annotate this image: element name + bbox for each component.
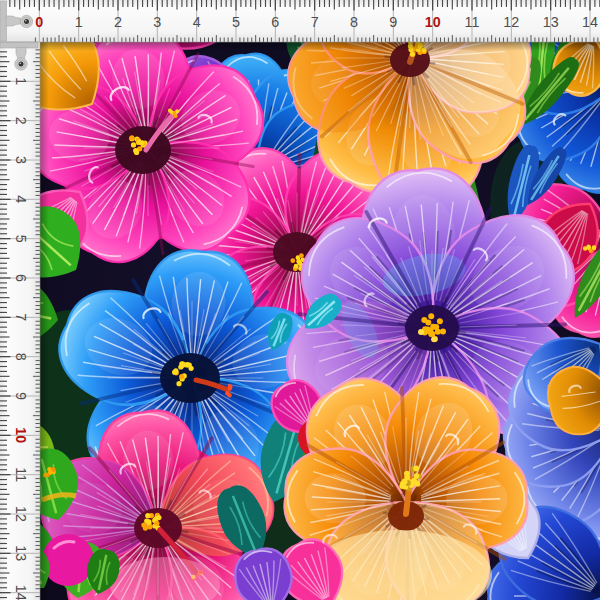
svg-text:1: 1 — [13, 77, 29, 85]
svg-text:12: 12 — [503, 14, 519, 30]
svg-text:12: 12 — [13, 506, 29, 522]
svg-text:7: 7 — [311, 14, 319, 30]
svg-text:10: 10 — [13, 427, 29, 443]
svg-text:4: 4 — [13, 195, 29, 203]
svg-text:4: 4 — [193, 14, 201, 30]
svg-text:5: 5 — [13, 235, 29, 243]
svg-text:8: 8 — [13, 353, 29, 361]
svg-text:5: 5 — [232, 14, 240, 30]
svg-text:1: 1 — [75, 14, 83, 30]
svg-text:9: 9 — [13, 392, 29, 400]
svg-text:3: 3 — [13, 156, 29, 164]
svg-text:11: 11 — [13, 467, 29, 482]
svg-text:2: 2 — [13, 117, 29, 125]
svg-text:14: 14 — [582, 14, 598, 30]
svg-text:3: 3 — [153, 14, 161, 30]
svg-text:7: 7 — [13, 313, 29, 321]
svg-text:2: 2 — [114, 14, 122, 30]
svg-text:14: 14 — [13, 585, 29, 600]
svg-text:8: 8 — [350, 14, 358, 30]
svg-text:11: 11 — [465, 14, 480, 30]
svg-text:10: 10 — [425, 14, 441, 30]
svg-text:9: 9 — [389, 14, 397, 30]
svg-text:6: 6 — [271, 14, 279, 30]
svg-text:6: 6 — [13, 274, 29, 282]
svg-text:13: 13 — [13, 545, 29, 561]
svg-text:13: 13 — [543, 14, 559, 30]
svg-text:0: 0 — [35, 14, 43, 30]
